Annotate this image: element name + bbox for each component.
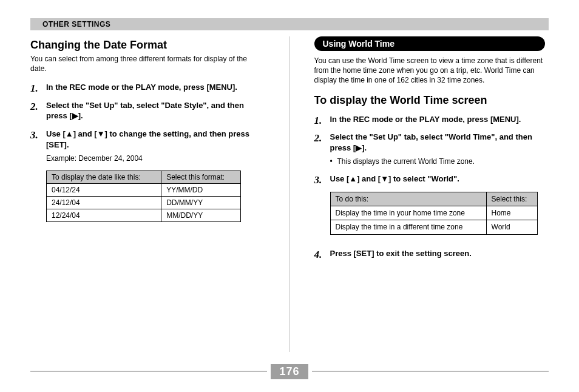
table-row: 24/12/04 DD/MM/YY	[47, 197, 241, 209]
step-text: Use [▲] and [▼] to select "World".	[330, 174, 459, 183]
step-number: 1.	[314, 114, 322, 128]
right-step-2: 2. Select the "Set Up" tab, select "Worl…	[314, 132, 549, 166]
table-cell: World	[486, 220, 537, 234]
table-row: 04/12/24 YY/MM/DD	[47, 184, 241, 197]
step-text: Press [SET] to exit the setting screen.	[330, 249, 472, 258]
page-number: 176	[271, 364, 308, 379]
example-label: Example: December 24, 2004	[46, 154, 265, 163]
table-cell: Display the time in a different time zon…	[330, 220, 486, 234]
section-bar: OTHER SETTINGS	[30, 18, 549, 30]
column-divider	[290, 36, 290, 352]
step-text: In the REC mode or the PLAY mode, press …	[330, 115, 521, 124]
left-step-3: 3. Use [▲] and [▼] to change the setting…	[30, 129, 265, 163]
manual-page: OTHER SETTINGS Changing the Date Format …	[0, 0, 579, 392]
left-steps: 1. In the REC mode or the PLAY mode, pre…	[30, 82, 265, 163]
table-header-row: To display the date like this: Select th…	[47, 171, 241, 184]
step-number: 2.	[30, 100, 38, 114]
step-text: In the REC mode or the PLAY mode, press …	[46, 83, 237, 92]
table-header-row: To do this: Select this:	[330, 192, 537, 206]
left-column: Changing the Date Format You can select …	[30, 36, 265, 352]
step-bullet: This displays the current World Time zon…	[330, 157, 549, 166]
section-pill: Using World Time	[314, 36, 545, 51]
right-step-1: 1. In the REC mode or the PLAY mode, pre…	[314, 114, 549, 125]
table-cell: Home	[486, 206, 537, 220]
step-text: Select the "Set Up" tab, select "World T…	[330, 132, 532, 152]
left-step-1: 1. In the REC mode or the PLAY mode, pre…	[30, 82, 265, 93]
date-format-table: To display the date like this: Select th…	[46, 171, 241, 222]
step-number: 4.	[314, 248, 322, 262]
right-step-4: 4. Press [SET] to exit the setting scree…	[314, 248, 549, 259]
step-text: Select the "Set Up" tab, select "Date St…	[46, 101, 244, 121]
right-intro: You can use the World Time screen to vie…	[314, 56, 549, 86]
table-cell: DD/MM/YY	[161, 197, 241, 209]
table-cell: 24/12/04	[47, 197, 161, 209]
left-intro: You can select from among three differen…	[30, 54, 265, 73]
left-step-2: 2. Select the "Set Up" tab, select "Date…	[30, 100, 265, 121]
table-row: Display the time in your home time zone …	[330, 206, 537, 220]
step-number: 1.	[30, 82, 38, 96]
step-number: 3.	[30, 129, 38, 143]
table-header: Select this:	[486, 192, 537, 206]
step-number: 2.	[314, 132, 322, 146]
footer-line-right	[312, 371, 549, 372]
right-step-3: 3. Use [▲] and [▼] to select "World". To…	[314, 174, 549, 234]
step-number: 3.	[314, 174, 322, 188]
page-footer: 176	[30, 364, 549, 379]
table-row: Display the time in a different time zon…	[330, 220, 537, 234]
table-cell: 04/12/24	[47, 184, 161, 197]
table-header: To do this:	[330, 192, 486, 206]
table-cell: MM/DD/YY	[161, 209, 241, 222]
left-heading: Changing the Date Format	[30, 39, 265, 52]
right-column: Using World Time You can use the World T…	[314, 36, 549, 352]
right-steps: 1. In the REC mode or the PLAY mode, pre…	[314, 114, 549, 259]
footer-line-left	[30, 371, 267, 372]
table-cell: Display the time in your home time zone	[330, 206, 486, 220]
world-time-table: To do this: Select this: Display the tim…	[330, 192, 538, 235]
table-cell: 12/24/04	[47, 209, 161, 222]
table-row: 12/24/04 MM/DD/YY	[47, 209, 241, 222]
step-text: Use [▲] and [▼] to change the setting, a…	[46, 129, 249, 149]
table-header: Select this format:	[161, 171, 241, 184]
right-heading: To display the World Time screen	[314, 94, 549, 107]
table-header: To display the date like this:	[47, 171, 161, 184]
columns: Changing the Date Format You can select …	[30, 36, 549, 352]
table-cell: YY/MM/DD	[161, 184, 241, 197]
